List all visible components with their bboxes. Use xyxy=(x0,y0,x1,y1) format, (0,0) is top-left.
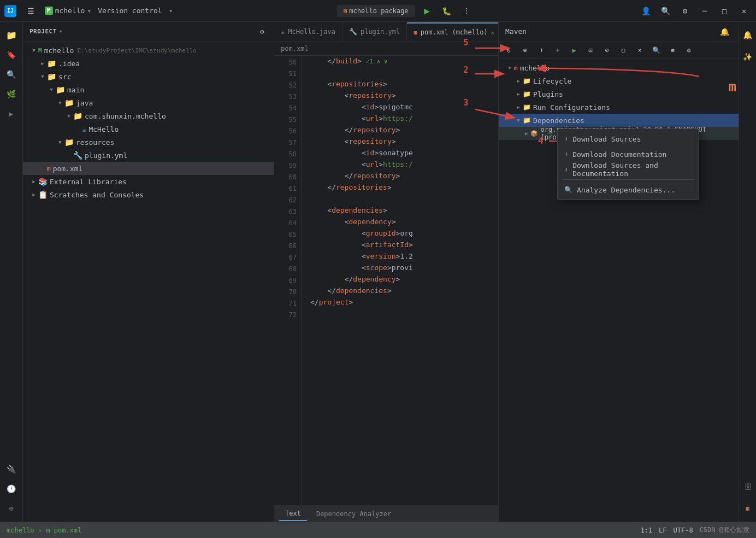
maven-item-lifecycle[interactable]: ▶ 📁 Lifecycle xyxy=(499,74,739,87)
activity-vcs[interactable]: 🌿 xyxy=(3,85,20,103)
sidebar-header: Project ▾ ⚙ xyxy=(23,22,274,42)
maven-item-dependencies[interactable]: ▼ 📁 Dependencies xyxy=(499,114,739,127)
menu-download-docs-label: Download Documentation xyxy=(572,150,666,159)
status-encoding[interactable]: UTF-8 xyxy=(674,527,693,534)
tree-item-mchello[interactable]: ▼ M mchello E:\studyProject\IMC\study\mc… xyxy=(23,44,274,57)
tree-arrow-resources: ▼ xyxy=(56,138,64,147)
menu-download-sources-label: Download Sources xyxy=(572,135,641,143)
tree-arrow-scratches: ▶ xyxy=(29,190,38,199)
hamburger-menu[interactable]: ☰ xyxy=(23,3,38,19)
settings-button[interactable]: ⚙ xyxy=(677,3,693,19)
menu-download-docs[interactable]: ⬇ Download Documentation xyxy=(558,147,699,162)
menu-download-sources-docs[interactable]: ⬇ Download Sources and Documentation xyxy=(558,162,699,177)
breadcrumb: pom.xml xyxy=(274,42,498,56)
maven-cancel[interactable]: ○ xyxy=(616,43,631,58)
status-lf[interactable]: LF xyxy=(659,527,666,534)
maven-notifications[interactable]: 🔔 xyxy=(717,24,732,39)
status-breadcrumb[interactable]: mchello › m pom.xml xyxy=(7,527,81,534)
right-notifications[interactable]: 🔔 xyxy=(739,26,757,44)
activity-run[interactable]: ▶ xyxy=(3,105,20,122)
code-content[interactable]: </build> ✓1 ∧ ∨ <repositories> <reposito… xyxy=(302,56,498,505)
maven-item-root[interactable]: ▼ m mchello xyxy=(499,61,739,74)
maven-panel: Maven 🔔 ↻ ⊕ ⬇ + ▶ ⊡ ⊘ ○ × 🔍 ≡ ⚙ ▼ m mche… xyxy=(498,22,739,522)
activity-bar: 📁 🔖 🔍 🌿 ▶ 🔌 🕐 ⊕ xyxy=(0,22,23,522)
tree-item-plugin-yml[interactable]: ▶ 🔧 plugin.yml xyxy=(23,149,274,162)
tab-close-pom-xml[interactable]: ✕ xyxy=(491,30,494,36)
tab-mchello-java[interactable]: ☕ McHello.java xyxy=(274,22,342,41)
bottom-tab-dependency[interactable]: Dependency Analyzer xyxy=(310,507,398,521)
sidebar-options[interactable]: ⚙ xyxy=(257,27,267,37)
maven-generate[interactable]: ⊕ xyxy=(517,43,533,58)
tree-item-resources[interactable]: ▼ 📁 resources xyxy=(23,136,274,149)
right-ai[interactable]: ✨ xyxy=(739,48,757,66)
maven-arrow-spigot: ▶ xyxy=(522,129,531,138)
maven-header: Maven 🔔 xyxy=(499,22,739,42)
search-button[interactable]: 🔍 xyxy=(658,3,673,19)
tree-icon-idea: 📁 xyxy=(47,59,56,68)
menu-download-sources[interactable]: ⬇ Download Sources xyxy=(558,131,699,147)
minimize-button[interactable]: ─ xyxy=(697,3,712,19)
version-control[interactable]: Version control xyxy=(98,7,162,15)
maven-add[interactable]: + xyxy=(550,43,565,58)
maven-item-plugins[interactable]: ▶ 📁 Plugins xyxy=(499,87,739,101)
debug-button[interactable]: 🐛 xyxy=(439,3,454,19)
tree-item-pom-xml[interactable]: ▶ m pom.xml xyxy=(23,162,274,175)
maven-item-runconfigs[interactable]: ▶ 📁 Run Configurations xyxy=(499,101,739,114)
profile-button[interactable]: 👤 xyxy=(638,3,653,19)
right-database[interactable]: 🗄 xyxy=(739,478,757,495)
maven-find[interactable]: 🔍 xyxy=(648,43,664,58)
maven-download[interactable]: ⬇ xyxy=(534,43,549,58)
maven-run[interactable]: ▶ xyxy=(566,43,582,58)
tab-plugin-yml[interactable]: 🔧 plugin.yml xyxy=(342,22,407,41)
activity-more[interactable]: ⊕ xyxy=(3,500,20,517)
title-bar-center: m mchello package ▶ 🐛 ⋮ xyxy=(173,3,638,19)
more-options[interactable]: ⋮ xyxy=(459,3,474,19)
tree-item-main[interactable]: ▼ 📁 main xyxy=(23,83,274,96)
menu-analyze-deps-label: Analyze Dependencies... xyxy=(577,186,675,194)
maximize-button[interactable]: □ xyxy=(717,3,732,19)
maven-clear[interactable]: × xyxy=(632,43,647,58)
tree-item-ext-libs[interactable]: ▶ 📚 External Libraries xyxy=(23,175,274,188)
tree-item-scratches[interactable]: ▶ 📋 Scratches and Consoles xyxy=(23,188,274,201)
maven-group[interactable]: ≡ xyxy=(665,43,680,58)
code-line-60: </repository> xyxy=(310,171,489,182)
bottom-tab-text-label: Text xyxy=(285,510,301,517)
tree-icon-main: 📁 xyxy=(56,85,65,94)
tree-label-ext-libs: External Libraries xyxy=(50,178,127,186)
analyze-deps-icon: 🔍 xyxy=(564,186,572,194)
maven-icon-lifecycle: 📁 xyxy=(523,77,531,85)
project-name[interactable]: mchello xyxy=(55,7,85,15)
tree-item-mchello-java[interactable]: ▶ ☕ McHello xyxy=(23,122,274,136)
tab-icon-mchello-java: ☕ xyxy=(281,28,285,36)
editor-bottom-tabs: Text Dependency Analyzer xyxy=(274,505,498,522)
tree-item-src[interactable]: ▼ 📁 src xyxy=(23,70,274,83)
token: > xyxy=(357,56,362,67)
status-position[interactable]: 1:1 xyxy=(640,527,652,534)
right-m-icon[interactable]: m xyxy=(739,500,757,517)
tree-item-package[interactable]: ▼ 📁 com.shunxin.mchello xyxy=(23,109,274,122)
activity-settings[interactable]: 🕐 xyxy=(3,480,20,498)
tab-pom-xml[interactable]: m pom.xml (mchello) ✕ xyxy=(407,22,498,41)
code-line-57: <repository> xyxy=(310,136,489,148)
activity-search[interactable]: 🔍 xyxy=(3,66,20,83)
code-line-70: </dependencies> xyxy=(310,285,489,297)
tree-item-java[interactable]: ▼ 📁 java xyxy=(23,96,274,109)
maven-refresh[interactable]: ↻ xyxy=(501,43,516,58)
maven-label-root: mchello xyxy=(520,64,550,72)
maven-settings[interactable]: ⚙ xyxy=(681,43,696,58)
maven-icon-plugins: 📁 xyxy=(523,90,531,98)
activity-plugins[interactable]: 🔌 xyxy=(3,460,20,478)
sidebar-chevron[interactable]: ▾ xyxy=(59,28,63,35)
run-button[interactable]: ▶ xyxy=(420,3,435,19)
tree-label-mchello-java: McHello xyxy=(88,125,119,133)
status-watermark: CSDN @顺心如意 xyxy=(700,525,749,535)
menu-analyze-deps[interactable]: 🔍 Analyze Dependencies... xyxy=(558,182,699,197)
bottom-tab-text[interactable]: Text xyxy=(279,507,308,521)
status-right: 1:1 LF UTF-8 CSDN @顺心如意 xyxy=(640,525,749,535)
activity-bookmarks[interactable]: 🔖 xyxy=(3,46,20,63)
maven-skip[interactable]: ⊘ xyxy=(599,43,615,58)
activity-project[interactable]: 📁 xyxy=(3,26,20,44)
maven-toggle[interactable]: ⊡ xyxy=(583,43,598,58)
tree-item-idea[interactable]: ▶ 📁 .idea xyxy=(23,57,274,70)
close-button[interactable]: ✕ xyxy=(736,3,752,19)
